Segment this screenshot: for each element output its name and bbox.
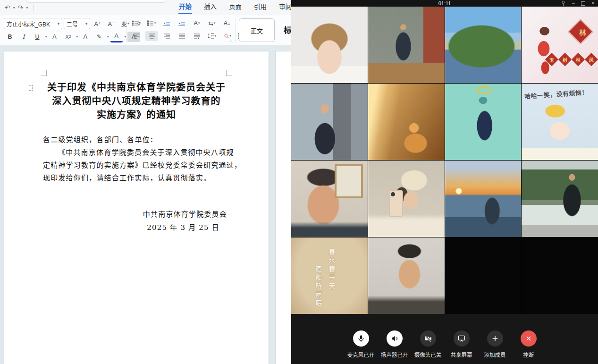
microphone-label: 麦克风已开 [347,351,375,358]
plus-icon [487,330,503,347]
calligraphy-column-1: 春水碧于天 [327,249,336,291]
microphone-button[interactable]: 麦克风已开 [347,330,375,358]
camera-button[interactable]: 摄像头已关 [414,330,442,358]
share-screen-icon [454,330,470,347]
decrease-indent-button[interactable] [160,18,173,28]
body-line-1[interactable]: 《中共南京体育学院委员会关于深入贯彻中央八项规 [58,146,245,159]
tab-insert[interactable]: 插入 [198,0,223,15]
video-tile-man-sunglasses[interactable] [291,84,368,160]
underline-button[interactable]: U [31,32,43,42]
tab-reference[interactable]: 引用 [248,0,273,15]
paragraph-drag-handle-icon[interactable] [29,85,33,91]
increase-font-button[interactable]: A⁺ [92,18,104,29]
body-line-3[interactable]: 现印发给你们，请结合工作实际，认真贯彻落实。 [43,172,245,185]
next-page-edge[interactable] [275,51,291,364]
undo-icon[interactable]: ↶ [4,3,11,12]
undo-dropdown-icon[interactable]: ▾ [13,6,15,10]
empty-grid-cell [522,237,598,314]
bold-button[interactable]: B [4,32,16,42]
align-left-button[interactable] [130,31,143,41]
chevron-down-icon: ▾ [107,35,109,39]
margin-mark [41,70,47,76]
superscript-2: 2 [69,34,71,39]
document-page[interactable]: 关于印发《中共南京体育学院委员会关于 深入贯彻中央八项规定精神学习教育的 实施方… [4,51,269,364]
title-line-3[interactable]: 实施方案》的通知 [4,108,269,122]
document-title[interactable]: 关于印发《中共南京体育学院委员会关于 深入贯彻中央八项规定精神学习教育的 实施方… [4,51,269,122]
highlight-button[interactable]: ✎ [93,32,105,42]
maximize-icon[interactable] [581,1,585,6]
video-tile-suit-cartoon[interactable] [445,84,522,160]
share-screen-button[interactable]: 共享屏幕 [448,330,475,358]
distribute-button[interactable] [191,31,203,41]
video-tile-young-man-webcam[interactable] [368,237,445,314]
badge-small-diamond: 风 [585,53,598,66]
customize-quick-access-icon[interactable]: ▾ [26,6,28,10]
hang-up-button[interactable]: 挂断 [515,330,542,358]
calligraphy-column-2: 画船听雨眠 [314,266,323,308]
superscript-button[interactable]: X2 [62,32,75,42]
close-icon[interactable]: ✕ [591,1,595,6]
pin-icon[interactable] [561,0,566,6]
title-line-2[interactable]: 深入贯彻中央八项规定精神学习教育的 [4,94,269,108]
word-processor-window: ↶ ▾ ↷ ▾ 开始 插入 页面 引用 审阅 视图 方正小标宋_GBK ▾ [0,0,291,364]
style-body[interactable]: 正文 [239,18,275,42]
text-tool-button[interactable]: A▾ [191,18,203,28]
indent-icon [178,20,185,26]
title-line-1[interactable]: 关于印发《中共南京体育学院委员会关于 [4,81,269,94]
minimize-icon[interactable]: – [572,1,575,6]
video-tile-woman-selfie[interactable] [291,7,368,83]
group-divider [126,18,127,42]
date-line[interactable]: 2025 年 3 月 25 日 [4,221,219,234]
video-tile-lake-town-landscape[interactable] [445,7,522,83]
video-tile-laughing-girl-cartoon[interactable]: 哈哈一笑，没有烦恼！ [522,84,598,160]
sort-button[interactable]: A↓ [221,18,233,28]
video-tile-cartoon-tennis-boy[interactable]: 林 玉 树 林 风 [522,7,598,83]
badge-small-diamond: 林 [572,53,585,66]
numbering-button[interactable]: ▾ [145,18,158,28]
video-tile-tennis-player[interactable] [368,7,445,83]
font-group-expand-icon[interactable]: ⌟ [121,38,123,42]
tab-page[interactable]: 页面 [223,0,248,15]
tab-home[interactable]: 开始 [173,0,198,15]
video-tile-sunset-sea[interactable] [445,161,522,237]
font-size-select[interactable]: 二号 ▾ [64,18,90,29]
justify-button[interactable] [176,31,188,41]
increase-indent-button[interactable] [176,18,188,28]
align-center-button[interactable] [145,31,158,41]
video-tile-man-by-river[interactable] [522,161,598,237]
salutation-line[interactable]: 各二级党组织，各部门、各单位： [43,134,245,146]
strikethrough-button[interactable]: A [49,32,61,42]
badge-row: 玉 树 林 风 [547,55,596,64]
paragraph-group-expand-icon[interactable]: ⌟ [230,38,232,42]
decrease-font-button[interactable]: A⁻ [105,18,118,29]
redo-icon[interactable]: ↷ [17,3,25,12]
font-name-value: 方正小标宋_GBK [7,20,50,28]
video-tile-mirror-selfie[interactable] [368,161,445,237]
body-line-2[interactable]: 定精神学习教育的实施方案》已经校党委常委会研究通过， [43,159,245,172]
align-right-button[interactable] [160,31,173,41]
hang-up-icon [521,330,537,347]
speaker-button[interactable]: 扬声器已开 [381,330,408,358]
outdent-icon [163,20,170,26]
badge-small-diamond: 树 [558,53,572,66]
font-name-select[interactable]: 方正小标宋_GBK ▾ [4,18,62,29]
phone-shape [389,190,403,217]
window-controls: – ✕ [561,0,595,7]
line-spacing-button[interactable]: ▾ [206,31,218,41]
chevron-down-icon: ▾ [45,35,47,39]
share-screen-label: 共享屏幕 [451,351,472,358]
signature-line[interactable]: 中共南京体育学院委员会 [4,208,227,221]
video-tile-cat[interactable] [368,84,445,160]
meeting-titlebar[interactable]: 01:11 – ✕ [291,0,598,7]
text-outline-button[interactable]: A [79,32,92,42]
badge-small-char: 树 [563,56,567,63]
text-effect-button[interactable]: 变▾ [119,18,131,29]
video-tile-man-glasses-webcam[interactable] [291,161,368,237]
document-tab[interactable] [26,0,166,3]
italic-button[interactable]: I [17,32,30,42]
add-member-button[interactable]: 添加成员 [481,330,509,358]
text-direction-button[interactable]: ⇆▾ [206,18,218,28]
bullets-button[interactable]: ▾ [130,18,143,28]
document-area: 关于印发《中共南京体育学院委员会关于 深入贯彻中央八项规定精神学习教育的 实施方… [0,45,291,364]
video-tile-calligraphy[interactable]: 春水碧于天 画船听雨眠 [291,237,368,314]
